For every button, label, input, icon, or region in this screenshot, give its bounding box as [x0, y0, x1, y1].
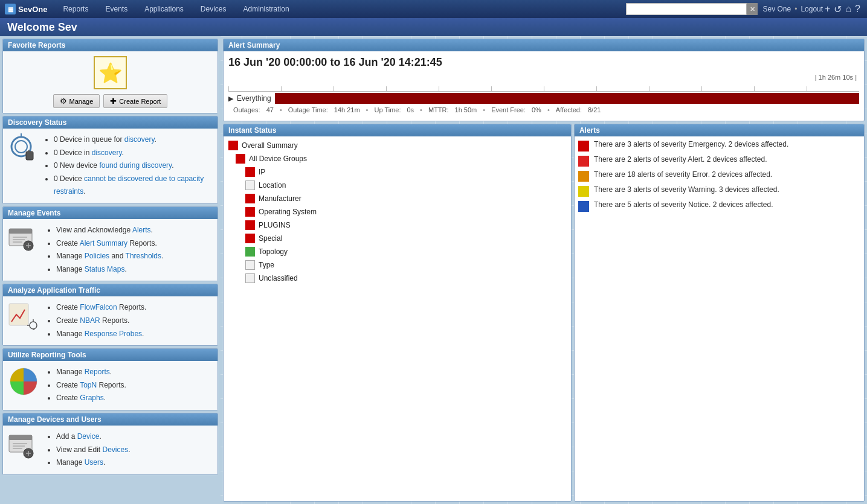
manage-devices-body: Add a Device. View and Edit Devices. Man…: [3, 426, 218, 474]
status-color-3: [245, 180, 255, 190]
svg-point-1: [15, 141, 27, 153]
status-color-2: [245, 167, 255, 177]
events-item-2: Create Alert Summary Reports.: [56, 237, 163, 250]
nav-devices[interactable]: Devices: [192, 0, 235, 18]
manage-icon: ⚙: [60, 97, 67, 106]
status-label-4: Manufacturer: [259, 194, 301, 203]
stat-mttr-label: MTTR:: [428, 106, 449, 113]
manage-button[interactable]: ⚙ Manage: [53, 94, 100, 108]
timeline-header: | 1h 26m 10s |: [228, 74, 859, 81]
favorite-reports-panel: Favorite Reports ⭐ ⚙ Manage ✚ Create Rep…: [2, 39, 218, 113]
status-color-0: [228, 141, 238, 150]
traffic-item-2: Create NBAR Reports.: [56, 314, 146, 328]
status-label-2: IP: [259, 168, 265, 176]
flowfalcon-link[interactable]: FlowFalcon: [80, 303, 117, 311]
status-item-3[interactable]: Location: [224, 179, 571, 192]
left-sidebar: Favorite Reports ⭐ ⚙ Manage ✚ Create Rep…: [0, 36, 221, 504]
search-clear-button[interactable]: ✕: [747, 3, 758, 15]
sep5: •: [547, 106, 550, 113]
tick-9: [649, 86, 701, 91]
user-area: Sev One • Logout: [762, 5, 823, 13]
create-report-button[interactable]: ✚ Create Report: [103, 94, 167, 108]
alerts-header: Alerts: [575, 124, 864, 136]
add-device-link[interactable]: Device: [77, 432, 100, 441]
status-item-1[interactable]: All Device Groups: [224, 152, 571, 165]
discovery-item-2: 0 Device in discovery.: [54, 147, 213, 160]
graphs-link[interactable]: Graphs: [80, 394, 103, 402]
stat-eventfree-value: 0%: [532, 106, 541, 113]
status-color-1: [236, 154, 245, 164]
alert-summary-link[interactable]: Alert Summary: [80, 239, 127, 247]
nav-administration[interactable]: Administration: [235, 0, 298, 18]
manage-label: Manage: [69, 98, 94, 105]
nav-applications[interactable]: Applications: [136, 0, 192, 18]
traffic-item-3: Manage Response Probes.: [56, 328, 146, 341]
nbar-link[interactable]: NBAR: [80, 316, 100, 325]
events-item-3: Manage Policies and Thresholds.: [56, 250, 163, 263]
tick-3: [334, 86, 386, 91]
status-item-8[interactable]: Topology: [224, 245, 571, 258]
status-color-8: [245, 247, 255, 257]
discovery-link-4[interactable]: cannot be discovered due to capacity res…: [54, 174, 204, 196]
stat-mttr-value: 1h 50m: [455, 106, 477, 113]
manage-events-panel: Manage Events: [2, 206, 218, 281]
response-probes-link[interactable]: Response Probes: [85, 330, 142, 338]
stat-affected-label: Affected:: [556, 106, 582, 113]
devices-item-3: Manage Users.: [56, 456, 131, 470]
nav-reports[interactable]: Reports: [54, 0, 97, 18]
analyze-traffic-body: Create FlowFalcon Reports. Create NBAR R…: [3, 296, 218, 345]
topbar: ▦ SevOne Reports Events Applications Dev…: [0, 0, 867, 18]
tick-12: [807, 86, 859, 91]
help-button[interactable]: ?: [853, 4, 862, 14]
alert-row-2: There are 18 alerts of severity Error. 2…: [578, 170, 860, 182]
expand-arrow[interactable]: ▶: [228, 95, 233, 103]
app-logo[interactable]: ▦ SevOne: [5, 4, 47, 14]
manage-events-icon: [8, 224, 39, 253]
status-label-8: Topology: [259, 247, 288, 256]
logout-link[interactable]: Logout: [801, 5, 823, 13]
status-label-9: Type: [259, 261, 274, 269]
sep1: •: [280, 106, 282, 113]
nav-events[interactable]: Events: [97, 0, 136, 18]
svg-rect-13: [9, 304, 28, 325]
search-input[interactable]: [626, 3, 747, 15]
svg-rect-6: [9, 229, 32, 234]
status-label-3: Location: [259, 181, 286, 190]
timeline-area: | 1h 26m 10s |: [228, 74, 859, 113]
discovery-icon: [8, 133, 37, 162]
reporting-icon: [8, 366, 39, 397]
status-color-7: [245, 234, 255, 243]
home-button[interactable]: ⌂: [843, 4, 853, 14]
status-item-2[interactable]: IP: [224, 165, 571, 179]
alert-text-1: There are 2 alerts of severity Alert. 2 …: [594, 155, 767, 164]
tick-5: [439, 86, 491, 91]
status-color-9: [245, 260, 255, 270]
separator: •: [794, 5, 797, 13]
status-item-9[interactable]: Type: [224, 258, 571, 272]
reports-link[interactable]: Reports: [85, 368, 110, 376]
status-color-5: [245, 207, 255, 217]
status-item-4[interactable]: Manufacturer: [224, 192, 571, 205]
topn-link[interactable]: TopN: [80, 381, 97, 389]
status-item-10[interactable]: Unclassified: [224, 272, 571, 285]
status-item-5[interactable]: Operating System: [224, 205, 571, 219]
discovery-link-1[interactable]: discovery: [124, 135, 155, 144]
discovery-link-2[interactable]: discovery: [92, 148, 122, 157]
status-maps-link[interactable]: Status Maps: [85, 265, 125, 273]
discovery-link-3[interactable]: found during discovery: [99, 161, 172, 170]
tick-6: [491, 86, 544, 91]
refresh-button[interactable]: ↺: [832, 4, 843, 15]
events-item-1: View and Acknowledge Alerts.: [56, 224, 163, 237]
status-item-6[interactable]: PLUGINS: [224, 219, 571, 232]
events-item-4: Manage Status Maps.: [56, 263, 163, 276]
users-link[interactable]: Users: [85, 458, 103, 467]
status-item-7[interactable]: Special: [224, 232, 571, 245]
status-color-4: [245, 194, 255, 203]
edit-devices-link[interactable]: Devices: [103, 445, 129, 454]
thresholds-link[interactable]: Thresholds: [126, 252, 161, 260]
manage-events-header: Manage Events: [3, 207, 218, 219]
status-item-0[interactable]: Overall Summary: [224, 139, 571, 152]
policies-link[interactable]: Policies: [85, 252, 109, 260]
alerts-link[interactable]: Alerts: [132, 226, 151, 234]
add-button[interactable]: +: [823, 4, 832, 14]
